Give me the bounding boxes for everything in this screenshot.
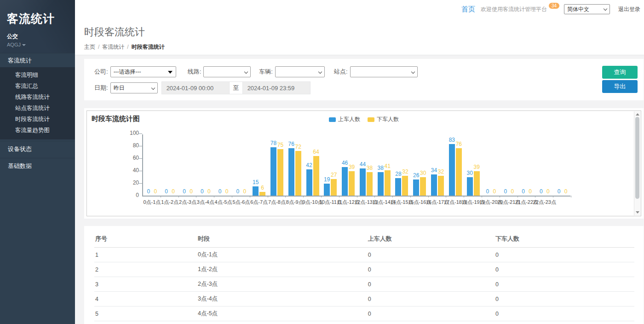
chart-scrollbar[interactable] xyxy=(634,111,640,215)
bar-group-3点-4点: 00 xyxy=(196,134,214,196)
bar-value-label: 0 xyxy=(218,188,222,195)
bar-上车人数: 38 xyxy=(378,172,384,196)
org-name: 公交 xyxy=(7,33,75,40)
bar-group-19点-20点: 00 xyxy=(482,134,500,196)
legend-item-上车人数[interactable]: 上车人数 xyxy=(329,116,360,123)
bar-value-label: 30 xyxy=(466,170,472,176)
company-label: 公司: xyxy=(94,68,108,76)
scrollbar-up-icon[interactable] xyxy=(636,113,639,116)
legend-label: 下车人数 xyxy=(377,116,399,123)
sidebar-item-客流量趋势图[interactable]: 客流量趋势图 xyxy=(0,125,75,136)
bar-value-label: 19 xyxy=(324,176,330,183)
bar-group-2点-3点: 00 xyxy=(179,134,197,196)
x-axis-tick-mark xyxy=(500,196,500,197)
table-cell: 1 xyxy=(94,248,197,262)
topbar-home-link[interactable]: 首页 xyxy=(461,5,475,14)
caret-down-icon xyxy=(22,44,26,46)
x-axis-tick-label: 22点-23点 xyxy=(533,199,556,206)
date-preset-select[interactable]: 昨日 xyxy=(110,82,158,93)
x-axis-tick-mark xyxy=(392,196,393,197)
table-cell: 0点-1点 xyxy=(197,248,367,262)
content: 公司: ---请选择--- 线路: 车辆: 站点: xyxy=(75,55,644,324)
bar-group-9点-10点: 4264 xyxy=(304,134,322,196)
language-select[interactable]: 简体中文 xyxy=(564,4,610,14)
x-axis-tick-label: 7点-8点 xyxy=(268,199,286,206)
legend-item-下车人数[interactable]: 下车人数 xyxy=(368,116,399,123)
bar-上车人数: 44 xyxy=(360,168,366,196)
org-code-dropdown[interactable]: AQGJ xyxy=(7,42,75,47)
legend-label: 上车人数 xyxy=(338,116,360,123)
table-header-上车人数: 上车人数 xyxy=(367,231,494,248)
bar-下车人数: 39 xyxy=(474,171,480,196)
x-axis-tick-label: 4点-5点 xyxy=(215,199,232,206)
page-title: 时段客流统计 xyxy=(84,25,644,39)
sidebar-item-时段客流统计[interactable]: 时段客流统计 xyxy=(0,114,75,125)
bar-下车人数: 30 xyxy=(420,177,426,196)
sidebar-section-基础数据[interactable]: 基础数据 xyxy=(0,158,75,174)
bar-下车人数: 76 xyxy=(456,148,462,196)
bar-value-label: 41 xyxy=(384,163,390,169)
x-axis-tick-mark xyxy=(321,196,322,197)
bar-value-label: 44 xyxy=(360,161,366,168)
bar-上车人数: 76 xyxy=(288,148,294,196)
sidebar-item-客流汇总[interactable]: 客流汇总 xyxy=(0,81,75,92)
bar-value-label: 78 xyxy=(270,140,276,146)
sidebar-item-线路客流统计[interactable]: 线路客流统计 xyxy=(0,92,75,103)
bar-value-label: 26 xyxy=(413,172,419,179)
bar-value-label: 0 xyxy=(558,188,561,195)
table-cell: 3点-4点 xyxy=(197,292,367,307)
breadcrumb-home[interactable]: 主页 xyxy=(84,44,95,50)
x-axis-tick-label: 2点-3点 xyxy=(179,199,196,206)
x-axis-tick-mark xyxy=(232,196,232,197)
x-axis-tick-mark xyxy=(268,196,268,197)
sidebar-submenu: 客流明细客流汇总线路客流统计站点客流统计时段客流统计客流量趋势图 xyxy=(0,67,75,139)
y-axis-tick-mark xyxy=(139,158,142,159)
date-end-input[interactable] xyxy=(242,81,310,94)
topbar-welcome-text: 欢迎使用客流统计管理平台 xyxy=(481,6,547,13)
y-axis-tick-label: 40 xyxy=(133,167,139,174)
logout-link[interactable]: 退出登录 xyxy=(618,6,640,13)
bar-group-14点-15点: 2832 xyxy=(393,134,411,196)
x-axis-tick-mark xyxy=(553,196,553,197)
y-axis-tick-label: 0 xyxy=(136,192,139,198)
x-axis-tick-mark xyxy=(571,196,571,197)
company-select[interactable]: ---请选择--- xyxy=(110,66,176,77)
filter-row-2: 日期: 昨日 至 xyxy=(94,81,638,94)
sidebar-section-客流统计[interactable]: 客流统计 xyxy=(0,53,75,67)
bar-下车人数: 32 xyxy=(438,176,444,196)
bar-value-label: 0 xyxy=(486,188,489,195)
notification-badge[interactable]: 34 xyxy=(549,3,559,9)
legend-swatch-icon xyxy=(329,117,336,122)
sidebar-item-站点客流统计[interactable]: 站点客流统计 xyxy=(0,103,75,114)
y-axis-tick-label: 20 xyxy=(133,179,139,186)
export-button[interactable]: 导出 xyxy=(602,80,638,93)
page-heading: 时段客流统计 主页/客流统计/时段客流统计 xyxy=(75,18,644,55)
breadcrumb-separator: / xyxy=(98,44,99,50)
bar-下车人数: 32 xyxy=(402,176,408,196)
table-row: 21点-2点00 xyxy=(94,262,634,277)
bar-group-23点-24点: 00 xyxy=(553,134,571,196)
line-select[interactable] xyxy=(203,66,251,77)
line-select-wrap xyxy=(203,66,251,77)
sidebar-section-设备状态[interactable]: 设备状态 xyxy=(0,141,75,156)
scrollbar-thumb[interactable] xyxy=(635,117,639,199)
station-select[interactable] xyxy=(350,66,418,77)
query-button[interactable]: 查询 xyxy=(602,66,638,79)
table-header-row: 序号时段上车人数下车人数 xyxy=(94,231,634,248)
x-axis-tick-label: 8点-9点 xyxy=(286,199,304,206)
table-cell: 6 xyxy=(94,321,197,324)
table-cell: 0 xyxy=(494,277,634,292)
x-axis-tick-mark xyxy=(285,196,286,197)
x-axis-tick-mark xyxy=(357,196,357,197)
table-cell: 0 xyxy=(367,292,494,307)
bar-value-label: 0 xyxy=(529,188,532,195)
date-start-input[interactable] xyxy=(161,81,230,94)
station-select-wrap xyxy=(350,66,418,77)
sidebar-item-客流明细[interactable]: 客流明细 xyxy=(0,69,75,81)
scrollbar-down-icon[interactable] xyxy=(636,211,639,214)
table-cell: 5 xyxy=(94,307,197,321)
breadcrumb-parent[interactable]: 客流统计 xyxy=(102,44,124,50)
vehicle-select[interactable] xyxy=(275,66,325,77)
table-cell: 0 xyxy=(494,307,634,321)
vehicle-select-wrap xyxy=(275,66,325,77)
